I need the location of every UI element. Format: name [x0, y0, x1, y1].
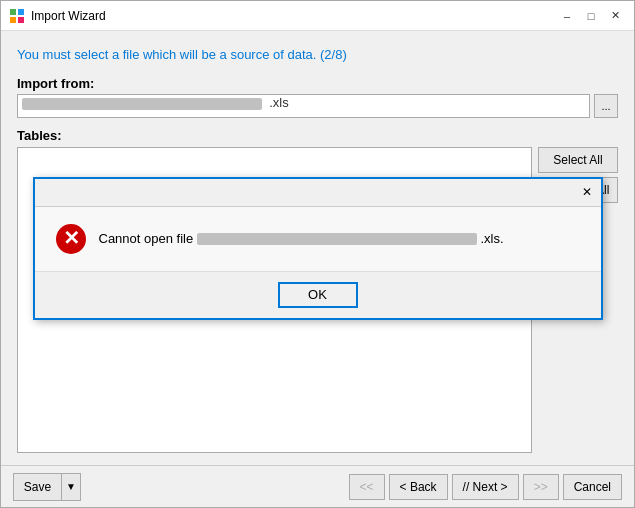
redacted-filepath: [197, 233, 477, 245]
main-window: Import Wizard – □ ✕ You must select a fi…: [0, 0, 635, 508]
wizard-content: You must select a file which will be a s…: [1, 31, 634, 465]
window-title: Import Wizard: [31, 9, 556, 23]
window-controls: – □ ✕: [556, 5, 626, 27]
next-button[interactable]: // Next >: [452, 474, 519, 500]
app-icon: [9, 8, 25, 24]
save-dropdown-button[interactable]: ▼: [62, 474, 80, 500]
svg-text:✕: ✕: [62, 227, 79, 249]
error-icon: ✕: [55, 223, 87, 255]
last-button[interactable]: >>: [523, 474, 559, 500]
dialog-title-bar: ✕: [35, 179, 601, 207]
svg-rect-0: [10, 9, 16, 15]
dialog-overlay: ✕ ✕ Cannot open file .xls.: [1, 31, 634, 465]
svg-rect-3: [18, 17, 24, 23]
error-message: Cannot open file .xls.: [99, 223, 581, 249]
back-button[interactable]: < Back: [389, 474, 448, 500]
svg-rect-2: [10, 17, 16, 23]
bottom-bar: Save ▼ << < Back // Next > >> Cancel: [1, 465, 634, 507]
svg-rect-1: [18, 9, 24, 15]
title-bar: Import Wizard – □ ✕: [1, 1, 634, 31]
tables-section: Tables: Select All Unselect All ✕: [17, 128, 618, 453]
dialog-body: ✕ Cannot open file .xls.: [35, 207, 601, 271]
error-dialog: ✕ ✕ Cannot open file .xls.: [33, 177, 603, 320]
save-group: Save ▼: [13, 473, 81, 501]
close-button[interactable]: ✕: [604, 5, 626, 27]
maximize-button[interactable]: □: [580, 5, 602, 27]
minimize-button[interactable]: –: [556, 5, 578, 27]
dialog-close-button[interactable]: ✕: [577, 182, 597, 202]
dialog-footer: OK: [35, 271, 601, 318]
ok-button[interactable]: OK: [278, 282, 358, 308]
save-button[interactable]: Save: [14, 474, 62, 500]
first-button[interactable]: <<: [349, 474, 385, 500]
cancel-button[interactable]: Cancel: [563, 474, 622, 500]
